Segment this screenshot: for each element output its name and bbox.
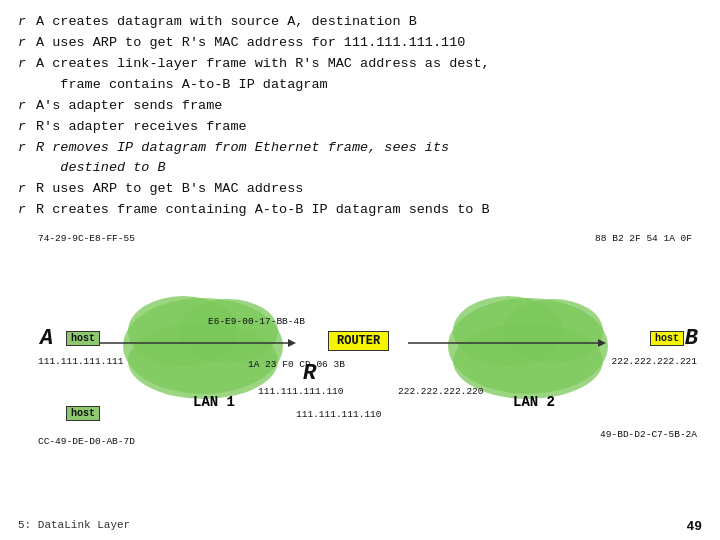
main-container: A creates datagram with source A, destin… bbox=[0, 0, 720, 540]
bullet-2: A uses ARP to get R's MAC address for 11… bbox=[18, 33, 702, 54]
svg-point-0 bbox=[123, 298, 283, 394]
label-b: B bbox=[685, 326, 698, 351]
bullet-1: A creates datagram with source A, destin… bbox=[18, 12, 702, 33]
svg-text:LAN 1: LAN 1 bbox=[193, 394, 235, 410]
bullet-list: A creates datagram with source A, destin… bbox=[18, 12, 702, 221]
mac-label-a-bottom: CC-49-DE-D0-AB-7D bbox=[38, 436, 135, 447]
ip-label-r-right: 222.222.222.220 bbox=[398, 386, 484, 397]
mac-label-r-left: 1A 23 F0 CD 06 3B bbox=[248, 359, 345, 370]
bullet-5: R's adapter receives frame bbox=[18, 117, 702, 138]
mac-label-b-bottom: 49-BD-D2-C7-5B-2A bbox=[600, 429, 697, 440]
svg-marker-10 bbox=[288, 339, 296, 347]
mac-label-a-top: 74-29-9C-E8-FF-55 bbox=[38, 233, 135, 244]
ip-label-b: 222.222.222.221 bbox=[611, 356, 697, 367]
label-a: A bbox=[40, 326, 53, 351]
svg-text:LAN 2: LAN 2 bbox=[513, 394, 555, 410]
mac-label-r-left-top: E6-E9-00-17-BB-4B bbox=[208, 316, 305, 327]
node-b-box: host bbox=[650, 331, 684, 346]
footer: 5: DataLink Layer 49 bbox=[0, 519, 720, 534]
footer-page: 49 bbox=[686, 519, 702, 534]
diagram-area: LAN 1 LAN 2 74-29-9C-E8-FF-55 88 B2 2F 5… bbox=[18, 231, 702, 461]
bullet-8: R creates frame containing A-to-B IP dat… bbox=[18, 200, 702, 221]
mac-label-b-top: 88 B2 2F 54 1A 0F bbox=[595, 233, 692, 244]
bullet-4: A's adapter sends frame bbox=[18, 96, 702, 117]
ip-label-a: 111.111.111.111 bbox=[38, 356, 124, 367]
bullet-6: R removes IP datagram from Ethernet fram… bbox=[18, 138, 702, 180]
ip-label-r-left: 111.111.111.110 bbox=[258, 386, 344, 397]
svg-point-1 bbox=[128, 296, 238, 366]
node-a-bottom-box: host bbox=[66, 406, 100, 421]
svg-point-4 bbox=[448, 298, 608, 394]
ip-label-r-bottom: 111.111.111.110 bbox=[296, 409, 382, 420]
svg-point-6 bbox=[503, 299, 603, 363]
bullet-3: A creates link-layer frame with R's MAC … bbox=[18, 54, 702, 96]
node-a-box: host bbox=[66, 331, 100, 346]
bullet-7: R uses ARP to get B's MAC address bbox=[18, 179, 702, 200]
svg-point-2 bbox=[178, 299, 278, 363]
footer-chapter: 5: DataLink Layer bbox=[18, 519, 130, 534]
svg-point-5 bbox=[453, 296, 563, 366]
svg-marker-11 bbox=[598, 339, 606, 347]
router-box: ROUTER bbox=[328, 331, 389, 351]
